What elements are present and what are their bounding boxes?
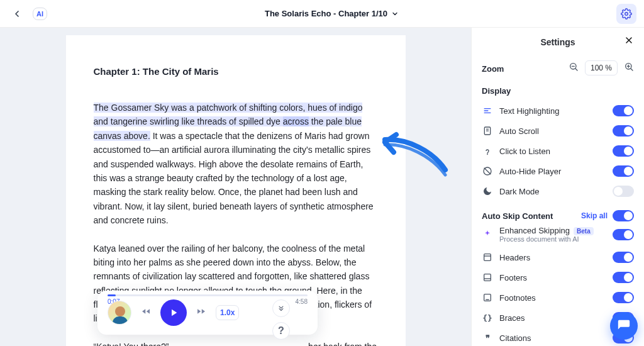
auto-scroll-icon [482, 125, 493, 137]
play-button[interactable] [160, 299, 187, 326]
settings-button[interactable] [616, 4, 636, 24]
toggle-dark-mode[interactable] [613, 186, 634, 197]
paragraph: The Gossamer Sky was a patchwork of shif… [94, 101, 378, 228]
annotation-arrow-icon [376, 126, 452, 182]
collapse-button[interactable] [272, 299, 290, 317]
zoom-out-icon [569, 62, 579, 72]
gear-icon [621, 8, 632, 20]
zoom-in-icon [624, 62, 634, 72]
playback-speed[interactable]: 1.0x [216, 305, 239, 320]
svg-line-7 [631, 69, 633, 70]
voice-avatar[interactable] [108, 301, 131, 325]
headers-icon [482, 252, 493, 263]
setting-skip-footers: Footers [482, 267, 634, 287]
document-title-dropdown[interactable]: The Solaris Echo - Chapter 1/10 [265, 9, 399, 18]
forward-button[interactable] [196, 306, 207, 320]
text-highlight-icon [482, 105, 493, 116]
top-bar: AI The Solaris Echo - Chapter 1/10 [0, 0, 644, 28]
zoom-in-button[interactable] [624, 62, 634, 74]
chevron-down-icon [391, 10, 399, 18]
setting-text-highlighting: Text Highlighting [482, 101, 634, 121]
braces-icon: {} [482, 312, 493, 323]
back-button[interactable] [8, 4, 26, 23]
footers-icon [482, 272, 493, 283]
toggle-enhanced-skipping[interactable] [613, 229, 634, 240]
svg-rect-15 [484, 254, 491, 261]
setting-autohide-player: Auto-Hide Player [482, 161, 634, 181]
help-button[interactable]: ? [272, 322, 290, 340]
progress-bar[interactable] [108, 294, 308, 296]
zoom-label: Zoom [482, 64, 504, 74]
zoom-out-button[interactable] [569, 62, 579, 74]
chat-icon [617, 319, 631, 333]
play-icon [168, 307, 179, 318]
sparkle-icon [482, 229, 493, 240]
toggle-skip-headers[interactable] [613, 252, 634, 263]
paragraph: “Katya! You there?” her back from the ed… [94, 340, 378, 346]
word-highlight: across [283, 116, 309, 126]
svg-point-0 [625, 12, 628, 15]
ai-badge-icon[interactable]: AI [33, 8, 47, 20]
chapter-title: Chapter 1: The City of Maris [94, 64, 378, 79]
document-area: Chapter 1: The City of Maris The Gossame… [0, 28, 471, 346]
toggle-autohide-player[interactable] [613, 165, 634, 177]
toggle-skip-all[interactable] [613, 210, 634, 221]
double-chevron-down-icon [277, 304, 286, 313]
autohide-icon [482, 165, 493, 177]
display-label: Display [482, 86, 634, 96]
toggle-skip-footers[interactable] [613, 272, 634, 283]
svg-point-13 [487, 154, 488, 155]
time-total: 4:58 [296, 298, 308, 305]
footnotes-icon [482, 292, 493, 303]
click-listen-icon [482, 145, 493, 157]
toggle-click-listen[interactable] [613, 145, 634, 157]
dark-mode-icon [482, 186, 493, 197]
citations-icon: ❞ [482, 332, 493, 343]
svg-rect-17 [484, 274, 491, 281]
setting-click-listen: Click to Listen [482, 141, 634, 161]
skip-all-link[interactable]: Skip all [581, 211, 608, 220]
rewind-button[interactable] [140, 306, 152, 320]
beta-badge: Beta [574, 227, 594, 235]
auto-skip-label: Auto Skip Content [482, 211, 553, 221]
setting-skip-footnotes: Footnotes [482, 287, 634, 308]
close-icon [624, 35, 634, 45]
setting-skip-headers: Headers [482, 247, 634, 267]
close-button[interactable] [624, 35, 634, 47]
settings-panel: Settings Zoom 100 % Display Text Highlig… [471, 28, 644, 346]
zoom-value[interactable]: 100 % [585, 60, 618, 75]
setting-auto-scroll: Auto Scroll [482, 121, 634, 141]
chat-fab[interactable] [610, 312, 638, 340]
toggle-auto-scroll[interactable] [613, 125, 634, 137]
settings-title: Settings [540, 37, 575, 47]
document-title: The Solaris Echo - Chapter 1/10 [265, 9, 387, 18]
toggle-skip-footnotes[interactable] [613, 292, 634, 303]
setting-dark-mode: Dark Mode [482, 181, 634, 201]
setting-enhanced-skipping: Enhanced SkippingBetaProcess document wi… [482, 221, 634, 247]
toggle-text-highlighting[interactable] [613, 105, 634, 116]
svg-line-4 [575, 69, 577, 70]
